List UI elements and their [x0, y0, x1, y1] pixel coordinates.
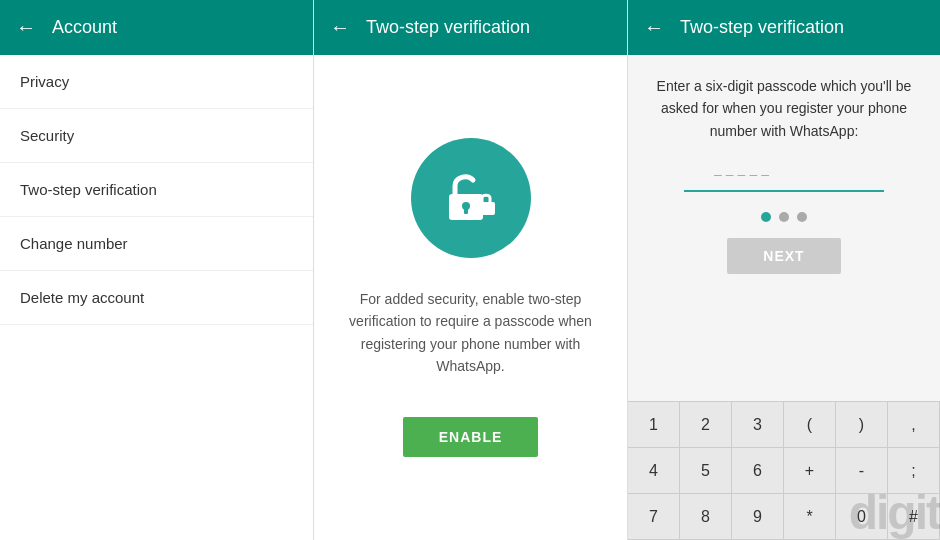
key-8[interactable]: 8 — [680, 494, 732, 540]
dots-row — [761, 212, 807, 222]
key-6[interactable]: 6 — [732, 448, 784, 494]
key-star[interactable]: * — [784, 494, 836, 540]
menu-item-two-step[interactable]: Two-step verification — [0, 163, 313, 217]
key-semicolon[interactable]: ; — [888, 448, 940, 494]
middle-back-button[interactable]: ← — [330, 16, 350, 39]
key-2[interactable]: 2 — [680, 402, 732, 448]
menu-item-delete-account[interactable]: Delete my account — [0, 271, 313, 325]
dash-1: – — [714, 166, 722, 182]
passcode-input-row: – – – – – — [684, 162, 884, 192]
key-9[interactable]: 9 — [732, 494, 784, 540]
middle-title: Two-step verification — [366, 17, 530, 38]
lock-icon — [439, 166, 503, 230]
right-title: Two-step verification — [680, 17, 844, 38]
key-7[interactable]: 7 — [628, 494, 680, 540]
next-button[interactable]: NEXT — [727, 238, 840, 274]
key-paren-open[interactable]: ( — [784, 402, 836, 448]
key-3[interactable]: 3 — [732, 402, 784, 448]
key-minus[interactable]: - — [836, 448, 888, 494]
dash-3: – — [738, 166, 746, 182]
dot-3 — [797, 212, 807, 222]
keypad: 1 2 3 ( ) , 4 5 6 + - ; 7 8 9 * 0 # digi… — [628, 401, 940, 540]
dash-2: – — [726, 166, 734, 182]
key-4[interactable]: 4 — [628, 448, 680, 494]
left-back-button[interactable]: ← — [16, 16, 36, 39]
key-paren-close[interactable]: ) — [836, 402, 888, 448]
dash-5: – — [761, 166, 769, 182]
enable-button[interactable]: ENABLE — [403, 417, 539, 457]
left-title: Account — [52, 17, 117, 38]
menu-item-privacy[interactable]: Privacy — [0, 55, 313, 109]
dash-4: – — [749, 166, 757, 182]
passcode-digit-1[interactable] — [684, 162, 712, 186]
key-5[interactable]: 5 — [680, 448, 732, 494]
passcode-instruction: Enter a six-digit passcode which you'll … — [648, 75, 920, 142]
menu-item-change-number[interactable]: Change number — [0, 217, 313, 271]
right-panel: ← Two-step verification Enter a six-digi… — [628, 0, 940, 540]
key-hash[interactable]: # — [888, 494, 940, 540]
right-back-button[interactable]: ← — [644, 16, 664, 39]
menu-item-security[interactable]: Security — [0, 109, 313, 163]
svg-rect-3 — [479, 202, 495, 215]
svg-rect-2 — [464, 207, 468, 214]
lock-icon-container — [411, 138, 531, 258]
left-header: ← Account — [0, 0, 313, 55]
right-header: ← Two-step verification — [628, 0, 940, 55]
right-body: Enter a six-digit passcode which you'll … — [628, 55, 940, 401]
middle-panel: ← Two-step verification For added securi… — [314, 0, 628, 540]
key-plus[interactable]: + — [784, 448, 836, 494]
key-comma[interactable]: , — [888, 402, 940, 448]
middle-header: ← Two-step verification — [314, 0, 627, 55]
account-menu: Privacy Security Two-step verification C… — [0, 55, 313, 325]
key-1[interactable]: 1 — [628, 402, 680, 448]
key-0[interactable]: 0 — [836, 494, 888, 540]
left-panel: ← Account Privacy Security Two-step veri… — [0, 0, 314, 540]
dot-1 — [761, 212, 771, 222]
middle-body: For added security, enable two-step veri… — [314, 55, 627, 540]
middle-description: For added security, enable two-step veri… — [334, 288, 607, 378]
dot-2 — [779, 212, 789, 222]
